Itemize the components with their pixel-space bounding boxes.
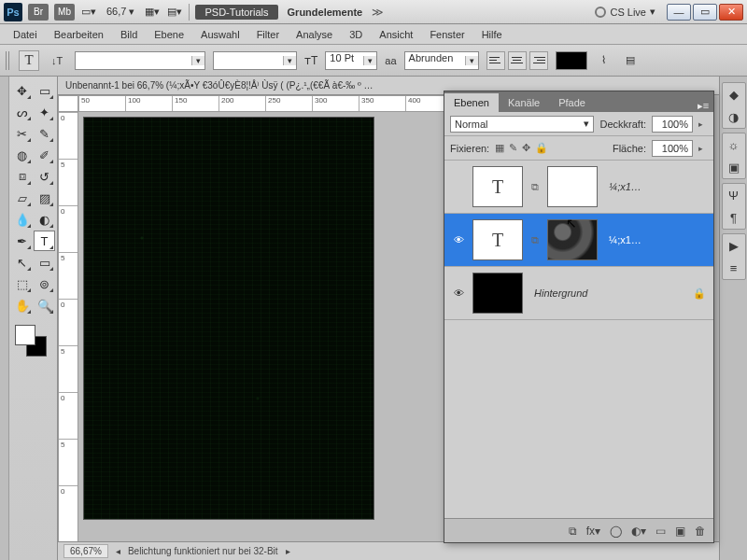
crop-tool[interactable]: ✂ [11, 123, 33, 144]
status-info-next-icon[interactable]: ▸ [286, 546, 290, 556]
dodge-tool[interactable]: ◐ [34, 209, 55, 230]
lock-all-icon[interactable]: 🔒 [535, 142, 548, 154]
warp-text-icon[interactable]: ⌇ [595, 51, 613, 70]
character-panel-icon[interactable]: ▤ [621, 51, 640, 70]
opacity-slider-icon[interactable]: ▸ [698, 119, 708, 129]
text-orientation-icon[interactable]: ↓T [47, 50, 67, 71]
menu-hilfe[interactable]: Hilfe [474, 26, 510, 43]
menu-analyse[interactable]: Analyse [289, 26, 340, 43]
status-info[interactable]: Belichtung funktioniert nur bei 32-Bit [128, 546, 278, 556]
layer-row[interactable]: 👁 Hintergrund 🔒 [444, 267, 713, 320]
close-button[interactable]: ✕ [719, 4, 743, 21]
layer-row[interactable]: T ⧉ ¼;x1… [444, 161, 713, 214]
masks-panel-icon[interactable]: ▣ [726, 159, 742, 175]
font-size-dropdown[interactable]: 10 Pt▾ [325, 51, 377, 70]
screen-mode-icon[interactable]: ▭▾ [80, 4, 97, 21]
bridge-button[interactable]: Br [28, 4, 49, 21]
status-zoom[interactable]: 66,67% [63, 544, 108, 558]
layer-name[interactable]: ¼;x1… [603, 181, 708, 192]
paragraph-panel-icon[interactable]: ¶ [726, 209, 742, 226]
menu-filter[interactable]: Filter [249, 26, 287, 43]
lock-position-icon[interactable]: ✥ [522, 142, 530, 154]
link-icon[interactable]: ⧉ [529, 181, 542, 193]
layer-name[interactable]: Hintergrund [529, 287, 687, 299]
new-group-icon[interactable]: ▭ [655, 525, 666, 538]
add-mask-icon[interactable]: ◯ [610, 525, 622, 538]
arrange-documents-icon[interactable]: ▦▾ [144, 4, 161, 21]
menu-3d[interactable]: 3D [342, 26, 370, 43]
color-panel-icon[interactable]: ◆ [726, 86, 742, 103]
text-color-swatch[interactable] [556, 51, 587, 70]
eraser-tool[interactable]: ▱ [11, 188, 33, 208]
align-center-button[interactable] [508, 51, 527, 70]
delete-layer-icon[interactable]: 🗑 [695, 525, 706, 538]
left-collapse-strip[interactable] [0, 77, 9, 560]
link-icon[interactable]: ⧉ [529, 234, 542, 246]
adjustment-layer-icon[interactable]: ◐▾ [631, 525, 646, 538]
visibility-toggle[interactable] [450, 178, 467, 195]
menu-fenster[interactable]: Fenster [422, 26, 472, 43]
cs-live-button[interactable]: CS Live ▾ [595, 6, 655, 18]
tab-kanaele[interactable]: Kanäle [499, 93, 549, 112]
extras-icon[interactable]: ▤▾ [166, 4, 183, 21]
menu-bild[interactable]: Bild [113, 26, 145, 43]
ruler-origin[interactable] [58, 95, 78, 112]
workspace-switcher[interactable]: PSD-Tutorials [195, 5, 277, 20]
photoshop-logo-icon[interactable]: Ps [4, 3, 22, 21]
history-brush-tool[interactable]: ↺ [34, 166, 55, 187]
fill-input[interactable]: 100% [652, 140, 693, 157]
align-right-button[interactable] [529, 51, 548, 70]
lock-pixels-icon[interactable]: ✎ [509, 142, 517, 154]
menu-bearbeiten[interactable]: Bearbeiten [47, 26, 111, 43]
layer-thumbnail[interactable]: T [472, 166, 523, 207]
eyedropper-tool[interactable]: ✎ [34, 123, 55, 144]
character-panel-icon[interactable]: Ψ [726, 187, 742, 203]
foreground-background-colors[interactable] [11, 321, 55, 360]
status-info-prev-icon[interactable]: ◂ [116, 546, 120, 556]
minimize-button[interactable]: — [667, 4, 691, 21]
menu-ansicht[interactable]: Ansicht [372, 26, 420, 43]
new-layer-icon[interactable]: ▣ [675, 525, 685, 538]
actions-panel-icon[interactable]: ≡ [726, 259, 742, 276]
align-left-button[interactable] [486, 51, 505, 70]
font-family-dropdown[interactable]: ▾ [75, 51, 205, 70]
zoom-tool[interactable]: 🔍 [34, 295, 55, 315]
tab-ebenen[interactable]: Ebenen [444, 93, 499, 112]
blend-mode-dropdown[interactable]: Normal▾ [450, 116, 594, 133]
font-style-dropdown[interactable]: ▾ [213, 51, 297, 70]
marquee-tool[interactable]: ▭ [34, 80, 55, 101]
3d-tool[interactable]: ⬚ [11, 273, 33, 294]
brush-tool[interactable]: ✐ [34, 145, 55, 165]
menu-ebene[interactable]: Ebene [147, 26, 191, 43]
healing-brush-tool[interactable]: ◍ [11, 145, 33, 165]
panel-menu-icon[interactable]: ▸≡ [693, 100, 713, 112]
layer-row[interactable]: 👁 T ⧉ ¼;x1… [444, 214, 713, 267]
visibility-toggle[interactable]: 👁 [450, 231, 467, 248]
layers-panel[interactable]: Ebenen Kanäle Pfade ▸≡ Normal▾ Deckkraft… [444, 91, 714, 543]
layer-mask-thumbnail[interactable] [547, 166, 598, 207]
horizontal-ruler[interactable]: 50100150200250300350400450 [78, 95, 499, 112]
layer-thumbnail[interactable]: T [472, 219, 523, 260]
menu-auswahl[interactable]: Auswahl [193, 26, 247, 43]
foreground-color-swatch[interactable] [15, 325, 35, 345]
document-canvas[interactable] [84, 118, 374, 519]
menu-datei[interactable]: Datei [6, 26, 45, 43]
antialias-dropdown[interactable]: Abrunden▾ [404, 51, 479, 70]
hand-tool[interactable]: ✋ [11, 295, 33, 315]
history-panel-icon[interactable]: ▶ [726, 237, 742, 254]
zoom-level-display[interactable]: 66,7 ▾ [103, 6, 138, 18]
minibridge-button[interactable]: Mb [54, 4, 75, 21]
type-tool[interactable]: T [34, 231, 55, 251]
lasso-tool[interactable]: ᔕ [11, 102, 33, 122]
tab-pfade[interactable]: Pfade [549, 93, 595, 112]
path-selection-tool[interactable]: ↖ [11, 252, 33, 273]
link-layers-icon[interactable]: ⧉ [569, 525, 577, 538]
pen-tool[interactable]: ✒ [11, 231, 33, 251]
shape-tool[interactable]: ▭ [34, 252, 55, 273]
3d-camera-tool[interactable]: ⊚ [34, 273, 55, 294]
layer-mask-thumbnail[interactable] [547, 219, 598, 260]
clone-stamp-tool[interactable]: ⧈ [11, 166, 33, 187]
move-tool[interactable]: ✥ [11, 80, 33, 101]
maximize-button[interactable]: ▭ [693, 4, 717, 21]
lock-transparency-icon[interactable]: ▦ [495, 142, 504, 154]
